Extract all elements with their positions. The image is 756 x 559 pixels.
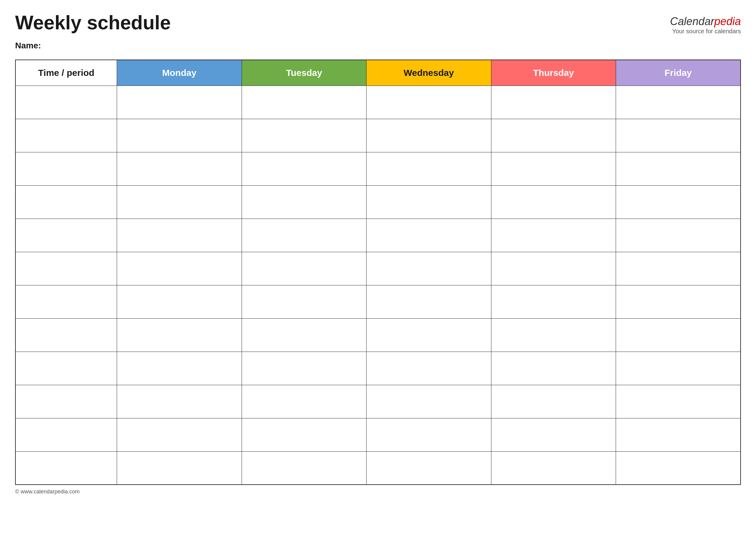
header-time: Time / period <box>16 60 117 86</box>
table-cell[interactable] <box>117 252 242 285</box>
table-cell[interactable] <box>616 86 740 119</box>
table-row <box>16 318 740 352</box>
table-cell[interactable] <box>16 252 117 285</box>
table-cell[interactable] <box>242 451 366 485</box>
table-cell[interactable] <box>366 152 491 185</box>
table-cell[interactable] <box>616 285 740 318</box>
table-cell[interactable] <box>491 352 616 385</box>
logo: Calendarpedia Your source for calendars <box>670 12 741 35</box>
table-cell[interactable] <box>242 185 366 219</box>
table-cell[interactable] <box>491 285 616 318</box>
table-cell[interactable] <box>242 86 366 119</box>
table-cell[interactable] <box>366 185 491 219</box>
table-cell[interactable] <box>366 418 491 451</box>
table-cell[interactable] <box>117 152 242 185</box>
table-cell[interactable] <box>616 185 740 219</box>
table-cell[interactable] <box>491 318 616 352</box>
table-cell[interactable] <box>366 352 491 385</box>
table-cell[interactable] <box>616 119 740 152</box>
table-cell[interactable] <box>117 352 242 385</box>
table-cell[interactable] <box>117 119 242 152</box>
table-cell[interactable] <box>117 86 242 119</box>
table-cell[interactable] <box>242 152 366 185</box>
table-row <box>16 418 740 451</box>
table-cell[interactable] <box>242 219 366 252</box>
table-cell[interactable] <box>242 318 366 352</box>
page-title: Weekly schedule <box>15 12 171 33</box>
table-cell[interactable] <box>242 418 366 451</box>
table-cell[interactable] <box>16 185 117 219</box>
table-cell[interactable] <box>616 219 740 252</box>
table-cell[interactable] <box>242 352 366 385</box>
header-monday: Monday <box>117 60 242 86</box>
table-cell[interactable] <box>366 219 491 252</box>
table-cell[interactable] <box>117 385 242 418</box>
table-cell[interactable] <box>16 152 117 185</box>
table-row <box>16 352 740 385</box>
table-cell[interactable] <box>117 185 242 219</box>
table-cell[interactable] <box>16 451 117 485</box>
table-cell[interactable] <box>491 252 616 285</box>
table-cell[interactable] <box>491 451 616 485</box>
table-cell[interactable] <box>616 385 740 418</box>
table-cell[interactable] <box>117 418 242 451</box>
table-cell[interactable] <box>366 385 491 418</box>
schedule-table: Time / period Monday Tuesday Wednesday T… <box>15 60 741 485</box>
table-cell[interactable] <box>616 418 740 451</box>
header-friday: Friday <box>616 60 740 86</box>
table-cell[interactable] <box>491 418 616 451</box>
table-cell[interactable] <box>366 119 491 152</box>
header-wednesday: Wednesday <box>366 60 491 86</box>
header-tuesday: Tuesday <box>242 60 366 86</box>
table-row <box>16 185 740 219</box>
table-row <box>16 86 740 119</box>
name-row: Name: <box>15 41 741 50</box>
table-cell[interactable] <box>242 252 366 285</box>
logo-calendar: Calendar <box>670 15 714 27</box>
table-cell[interactable] <box>491 152 616 185</box>
name-label: Name: <box>15 41 41 50</box>
page-header: Weekly schedule Calendarpedia Your sourc… <box>15 12 741 35</box>
table-cell[interactable] <box>16 318 117 352</box>
table-row <box>16 285 740 318</box>
table-cell[interactable] <box>16 219 117 252</box>
table-row <box>16 219 740 252</box>
table-cell[interactable] <box>16 285 117 318</box>
table-cell[interactable] <box>366 285 491 318</box>
table-cell[interactable] <box>16 86 117 119</box>
table-cell[interactable] <box>616 352 740 385</box>
table-row <box>16 252 740 285</box>
header-thursday: Thursday <box>491 60 616 86</box>
table-row <box>16 119 740 152</box>
table-cell[interactable] <box>117 451 242 485</box>
footer: © www.calendarpedia.com <box>15 489 741 495</box>
logo-text: Calendarpedia <box>670 15 741 28</box>
table-cell[interactable] <box>366 451 491 485</box>
table-cell[interactable] <box>366 252 491 285</box>
table-cell[interactable] <box>242 385 366 418</box>
logo-tagline: Your source for calendars <box>670 28 741 35</box>
table-cell[interactable] <box>366 86 491 119</box>
table-cell[interactable] <box>117 219 242 252</box>
table-cell[interactable] <box>242 119 366 152</box>
table-cell[interactable] <box>491 185 616 219</box>
table-cell[interactable] <box>491 219 616 252</box>
table-cell[interactable] <box>491 119 616 152</box>
table-cell[interactable] <box>616 451 740 485</box>
table-cell[interactable] <box>16 418 117 451</box>
header-row: Time / period Monday Tuesday Wednesday T… <box>16 60 740 86</box>
table-row <box>16 385 740 418</box>
table-cell[interactable] <box>616 318 740 352</box>
table-cell[interactable] <box>491 86 616 119</box>
table-cell[interactable] <box>616 252 740 285</box>
table-cell[interactable] <box>117 285 242 318</box>
table-cell[interactable] <box>16 119 117 152</box>
table-cell[interactable] <box>616 152 740 185</box>
table-cell[interactable] <box>16 352 117 385</box>
table-cell[interactable] <box>117 318 242 352</box>
table-cell[interactable] <box>242 285 366 318</box>
table-cell[interactable] <box>16 385 117 418</box>
table-cell[interactable] <box>491 385 616 418</box>
table-cell[interactable] <box>366 318 491 352</box>
table-row <box>16 152 740 185</box>
